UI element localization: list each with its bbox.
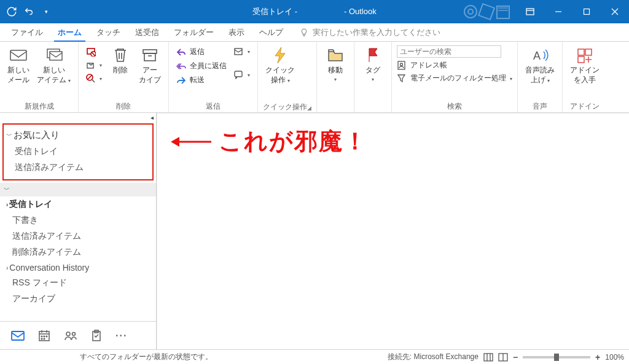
address-book-button[interactable]: アドレス帳: [397, 60, 512, 71]
nav-people-icon[interactable]: [64, 330, 77, 341]
account-header[interactable]: ﹀: [0, 183, 156, 196]
svg-rect-2: [479, 4, 494, 20]
fav-item-inbox[interactable]: 受信トレイ: [5, 144, 152, 160]
chevron-right-icon: ›: [6, 201, 8, 208]
svg-point-36: [46, 336, 47, 337]
move-icon: [326, 45, 345, 65]
zoom-slider[interactable]: [523, 356, 590, 358]
svg-rect-44: [484, 354, 493, 361]
folder-archive[interactable]: アーカイブ: [0, 291, 156, 307]
qat-customize-icon[interactable]: ▾: [41, 6, 52, 17]
close-button[interactable]: [601, 0, 629, 23]
maximize-button[interactable]: [572, 0, 601, 23]
fav-item-sent[interactable]: 送信済みアイテム: [5, 160, 152, 176]
svg-rect-29: [12, 331, 24, 340]
svg-point-37: [41, 338, 42, 339]
ignore-icon: [86, 47, 96, 56]
ribbon-group-delete: ▾ ▾ 削除 アー カイブ 削除: [79, 42, 169, 112]
svg-line-17: [87, 75, 92, 80]
filter-button[interactable]: 電子メールのフィルター処理 ▾: [397, 73, 512, 83]
svg-point-34: [41, 336, 42, 337]
window-title: 受信トレイ - - Outlook: [252, 6, 377, 17]
folder-inbox[interactable]: ›受信トレイ: [0, 196, 156, 212]
archive-icon: [140, 45, 160, 65]
nav-calendar-icon[interactable]: [38, 330, 50, 342]
nav-mail-icon[interactable]: [11, 330, 25, 341]
ribbon-group-new: 新しい メール 新しい アイテム ▾ 新規作成: [0, 42, 79, 112]
junk-stack: ▾ ▾: [84, 44, 104, 85]
nav-tasks-icon[interactable]: [91, 330, 102, 342]
sync-icon[interactable]: [6, 6, 17, 17]
reply-all-icon: [176, 61, 186, 71]
nav-more-icon[interactable]: ···: [115, 330, 127, 341]
annotation-callout: これが邪魔！: [170, 126, 368, 157]
get-addins-button[interactable]: アドイン を入手: [568, 44, 602, 85]
flag-icon: [363, 45, 383, 65]
more-reply-button[interactable]: ▾: [232, 69, 252, 81]
svg-text:A: A: [533, 50, 541, 62]
junk-button[interactable]: ▾: [84, 72, 104, 85]
svg-point-38: [44, 338, 45, 339]
forward-button[interactable]: 転送: [174, 74, 229, 87]
nav-collapse-icon[interactable]: ◂: [0, 113, 156, 121]
folder-drafts[interactable]: 下書き: [0, 212, 156, 228]
ribbon-group-speech: A 音声読み 上げ ▾ 音声: [518, 42, 563, 112]
svg-rect-27: [585, 49, 592, 55]
cleanup-button[interactable]: ▾: [84, 59, 104, 71]
view-normal-icon[interactable]: [483, 353, 493, 362]
dialog-launcher-icon[interactable]: ◢: [307, 105, 311, 111]
svg-point-1: [468, 9, 473, 14]
navigation-pane: ◂ ﹀お気に入り 受信トレイ 送信済みアイテム ﹀ ›受信トレイ 下書き 送信済…: [0, 113, 157, 349]
move-button[interactable]: 移動 ▾: [322, 44, 349, 82]
ignore-button[interactable]: [84, 45, 104, 58]
svg-point-40: [72, 332, 76, 335]
title-bar: ▾ 受信トレイ - - Outlook: [0, 0, 629, 23]
view-reading-icon[interactable]: [498, 353, 508, 362]
user-search-input[interactable]: [397, 45, 501, 58]
quick-steps-button[interactable]: クイック 操作 ▾: [263, 44, 297, 85]
favorites-header[interactable]: ﹀お気に入り: [5, 127, 152, 144]
new-mail-button[interactable]: 新しい メール: [5, 44, 32, 85]
menu-bar: ファイル ホーム タッチ 送受信 フォルダー 表示 ヘルプ 実行したい作業を入力…: [0, 23, 629, 42]
zoom-percent[interactable]: 100%: [605, 353, 624, 362]
cleanup-icon: [86, 60, 96, 70]
folder-deleted[interactable]: 削除済みアイテム: [0, 244, 156, 260]
ribbon-group-reply: 返信 全員に返信 転送 ▾ ▾ 返信: [169, 42, 258, 112]
svg-rect-6: [584, 9, 590, 15]
ribbon-group-addin: アドイン を入手 アドイン: [563, 42, 607, 112]
zoom-out-button[interactable]: −: [513, 352, 518, 362]
addin-icon: [575, 45, 595, 65]
ribbon-group-new-label: 新規作成: [5, 100, 73, 112]
tab-file[interactable]: ファイル: [4, 23, 50, 41]
tab-sendrecv[interactable]: 送受信: [128, 23, 166, 41]
tab-folder[interactable]: フォルダー: [166, 23, 221, 41]
tab-home[interactable]: ホーム: [50, 23, 89, 41]
reply-all-button[interactable]: 全員に返信: [174, 60, 229, 72]
tab-touch[interactable]: タッチ: [89, 23, 128, 41]
new-item-button[interactable]: 新しい アイテム ▾: [34, 44, 73, 85]
tags-button[interactable]: タグ ▾: [359, 44, 386, 82]
folder-rss[interactable]: RSS フィード: [0, 275, 156, 291]
read-aloud-button[interactable]: A 音声読み 上げ ▾: [523, 44, 557, 85]
tab-view[interactable]: 表示: [221, 23, 252, 41]
meeting-button[interactable]: ▾: [232, 45, 252, 58]
svg-rect-9: [10, 50, 26, 60]
archive-button[interactable]: アー カイブ: [136, 44, 163, 85]
svg-rect-22: [235, 71, 242, 77]
reply-button[interactable]: 返信: [174, 45, 229, 58]
ribbon-group-find-label: 検索: [397, 100, 512, 112]
folder-sent[interactable]: 送信済みアイテム: [0, 228, 156, 244]
status-bar: すべてのフォルダーが最新の状態です。 接続先: Microsoft Exchan…: [0, 349, 629, 364]
undo-icon[interactable]: [23, 6, 34, 17]
reply-icon: [176, 47, 186, 57]
delete-button[interactable]: 削除: [107, 44, 134, 75]
zoom-in-button[interactable]: +: [595, 352, 600, 362]
svg-point-24: [400, 63, 403, 66]
tab-help[interactable]: ヘルプ: [252, 23, 291, 41]
tell-me-search[interactable]: 実行したい作業を入力してください: [291, 23, 440, 41]
ribbon-options-icon[interactable]: [516, 0, 544, 23]
nav-switcher: ···: [0, 321, 156, 349]
minimize-button[interactable]: [544, 0, 572, 23]
svg-point-39: [66, 332, 70, 336]
folder-conversation-history[interactable]: ›Conversation History: [0, 260, 156, 275]
